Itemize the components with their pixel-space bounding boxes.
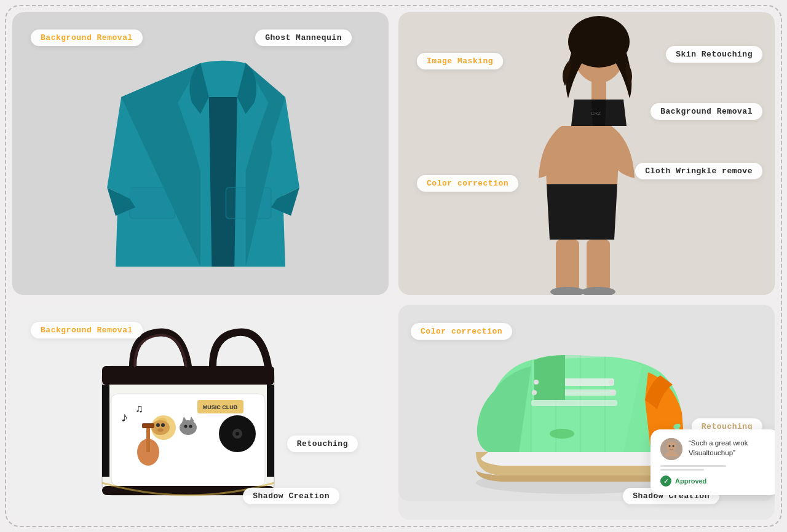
svg-point-49: [534, 380, 539, 385]
svg-text:MUSIC CLUB: MUSIC CLUB: [203, 404, 238, 410]
svg-rect-6: [591, 81, 606, 100]
tag-shadow-bag: Shadow Creation: [243, 488, 339, 504]
testimonial-line-1: [660, 465, 726, 467]
tag-color-correction-model: Color correction: [417, 175, 518, 192]
tag-bg-removal-model: Background Removal: [651, 103, 762, 120]
testimonial-header: “Such a great wrok Visualtouchup”: [660, 438, 770, 460]
main-grid: Background Removal Ghost Mannequin: [0, 0, 787, 532]
svg-point-31: [235, 432, 239, 436]
testimonial-quote: “Such a great wrok Visualtouchup”: [689, 438, 770, 458]
svg-point-52: [611, 390, 615, 395]
approved-badge: ✓ Approved: [660, 475, 770, 487]
svg-rect-38: [102, 385, 109, 477]
svg-point-28: [189, 425, 192, 428]
check-icon: ✓: [660, 475, 671, 487]
avatar: [660, 438, 682, 460]
testimonial-card: “Such a great wrok Visualtouchup” ✓ Appr…: [651, 429, 775, 495]
card-blazer: Background Removal Ghost Mannequin: [12, 12, 389, 295]
svg-point-22: [161, 423, 165, 427]
svg-rect-35: [146, 424, 150, 452]
svg-point-21: [156, 423, 160, 427]
tag-cloth-wrinkle: Cloth Wringkle remove: [635, 163, 762, 179]
svg-point-27: [184, 425, 188, 428]
testimonial-line-2: [660, 469, 704, 471]
svg-text:♪: ♪: [121, 410, 129, 426]
svg-point-51: [532, 390, 537, 395]
card-model: CRZ Image Masking Skin Retouching Backgr…: [398, 12, 775, 295]
svg-point-23: [157, 428, 164, 432]
tag-color-correction-sneaker: Color correction: [411, 323, 512, 340]
svg-rect-36: [142, 423, 154, 428]
svg-rect-8: [587, 240, 610, 292]
card-bag: ♪ ♫: [12, 305, 389, 520]
tag-ghost-mannequin: Ghost Mannequin: [255, 29, 352, 46]
tag-skin-retouching: Skin Retouching: [666, 46, 762, 63]
tag-bg-removal-blazer: Background Removal: [31, 29, 143, 46]
svg-rect-48: [531, 400, 617, 406]
svg-point-50: [609, 380, 614, 385]
testimonial-lines: [660, 465, 770, 471]
svg-rect-1: [130, 187, 175, 219]
svg-rect-7: [556, 240, 579, 292]
svg-point-58: [673, 445, 674, 447]
blazer-svg: [12, 12, 389, 295]
svg-rect-2: [226, 187, 271, 219]
approved-label: Approved: [675, 477, 706, 485]
tag-retouching-bag: Retouching: [287, 436, 358, 452]
svg-rect-39: [267, 385, 274, 477]
svg-text:♫: ♫: [136, 403, 143, 415]
tag-bg-removal-bag: Background Removal: [31, 322, 143, 338]
svg-point-56: [666, 442, 676, 452]
svg-text:CRZ: CRZ: [591, 111, 601, 116]
tag-image-masking: Image Masking: [417, 53, 503, 69]
card-sneaker: Color correction Retouching Shadow Creat…: [398, 305, 775, 520]
blazer-image: [12, 12, 389, 295]
svg-point-57: [669, 445, 671, 447]
svg-point-53: [550, 429, 574, 439]
